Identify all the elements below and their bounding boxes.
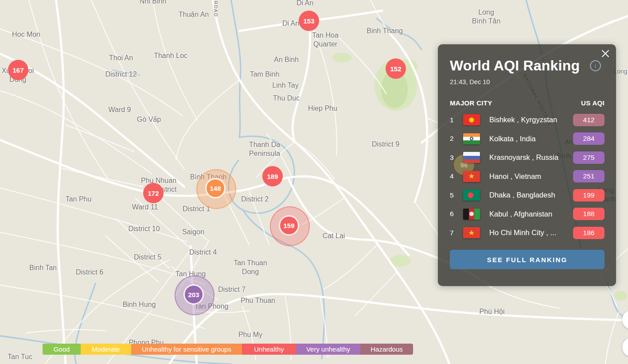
world-aqi-ranking-panel: World AQI Ranking i 21:43, Dec 10 MAJOR … xyxy=(438,44,616,286)
ranking-row[interactable]: 7★Ho Chi Minh City , ...186 xyxy=(450,224,605,243)
panel-title: World AQI Ranking xyxy=(450,58,586,74)
flag-bangladesh-icon xyxy=(463,190,480,201)
aqi-legend: GoodModerateUnhealthy for sensitive grou… xyxy=(43,344,413,355)
column-header-us-aqi: US AQI xyxy=(581,99,605,107)
aqi-badge: 199 xyxy=(573,189,605,201)
flag-kyrgyzstan-icon xyxy=(463,114,480,125)
flag-afghanistan-icon xyxy=(463,209,480,220)
city-name: Ho Chi Minh City , ... xyxy=(489,228,573,237)
ranking-row[interactable]: 5Dhaka , Bangladesh199 xyxy=(450,186,605,205)
rank-number: 7 xyxy=(450,229,463,237)
ranking-rows: 1Bishkek , Kyrgyzstan4122Kolkata , India… xyxy=(450,111,605,243)
flag-stripe xyxy=(463,209,469,220)
ranking-row[interactable]: 3Krasnoyarsk , Russia275 xyxy=(450,148,605,167)
info-icon[interactable]: i xyxy=(590,60,601,71)
marker-value: 152 xyxy=(386,58,406,79)
ranking-row[interactable]: 1Bishkek , Kyrgyzstan412 xyxy=(450,111,605,130)
rank-number: 5 xyxy=(450,191,463,199)
legend-item-very-unhealthy: Very unhealthy xyxy=(296,344,360,355)
flag-stripe xyxy=(463,156,480,159)
rank-number: 1 xyxy=(450,116,463,124)
panel-timestamp: 21:43, Dec 10 xyxy=(450,78,605,85)
city-name: Hanoi , Vietnam xyxy=(489,172,573,181)
marker-value: 203 xyxy=(183,284,204,305)
city-name: Bishkek , Kyrgyzstan xyxy=(489,116,573,124)
rank-number: 2 xyxy=(450,135,463,143)
see-full-ranking-button[interactable]: SEE FULL RANKING xyxy=(450,250,605,269)
flag-stripe xyxy=(474,209,480,220)
marker-value: 159 xyxy=(279,215,299,236)
rank-number: 6 xyxy=(450,210,463,218)
legend-item-moderate: Moderate xyxy=(81,344,131,355)
legend-item-good: Good xyxy=(43,344,81,355)
aqi-badge: 284 xyxy=(573,132,605,145)
flag-india-icon xyxy=(463,133,480,144)
flag-emblem xyxy=(469,117,474,123)
ranking-row[interactable]: 4★Hanoi , Vietnam251 xyxy=(450,167,605,186)
flag-emblem xyxy=(469,212,474,216)
aqi-badge: 275 xyxy=(573,151,605,164)
aqi-badge: 186 xyxy=(573,227,605,239)
city-name: Krasnoyarsk , Russia xyxy=(489,153,573,162)
flag-vietnam-icon: ★ xyxy=(463,227,480,238)
marker-value: 167 xyxy=(8,60,28,80)
flag-emblem: ★ xyxy=(468,173,475,180)
aqi-badge: 412 xyxy=(573,114,605,126)
city-name: Kolkata , India xyxy=(489,135,573,143)
legend-item-unhealthy-for-sensitive-groups: Unhealthy for sensitive groups xyxy=(131,344,242,355)
legend-item-hazardous: Hazardous xyxy=(360,344,413,355)
marker-value: 153 xyxy=(299,11,319,31)
marker-value: 148 xyxy=(205,178,226,198)
close-icon[interactable] xyxy=(601,49,610,58)
rank-number: 4 xyxy=(450,172,463,180)
flag-stripe xyxy=(463,152,480,156)
flag-stripe xyxy=(463,140,480,144)
marker-value: 172 xyxy=(143,183,164,203)
flag-vietnam-icon: ★ xyxy=(463,171,480,182)
city-name: Dhaka , Bangladesh xyxy=(489,191,573,199)
city-name: Kabul , Afghanistan xyxy=(489,210,573,218)
rank-number: 3 xyxy=(450,154,463,162)
air-quality-map-app: Hoc MonThoi AnDistrict 12Thanh LocNhi Bi… xyxy=(0,0,628,364)
ranking-row[interactable]: 2Kolkata , India284 xyxy=(450,129,605,148)
aqi-badge: 251 xyxy=(573,170,605,182)
flag-stripe xyxy=(463,159,480,163)
ranking-row[interactable]: 6Kabul , Afghanistan188 xyxy=(450,205,605,224)
flag-russia-icon xyxy=(463,152,480,163)
column-header-major-city: MAJOR CITY xyxy=(450,99,492,107)
flag-emblem xyxy=(470,137,473,140)
flag-emblem: ★ xyxy=(468,229,475,236)
legend-item-unhealthy: Unhealthy xyxy=(242,344,296,355)
flag-stripe xyxy=(463,133,480,137)
marker-value: 189 xyxy=(262,166,283,186)
aqi-badge: 188 xyxy=(573,208,605,220)
flag-emblem xyxy=(468,192,473,198)
